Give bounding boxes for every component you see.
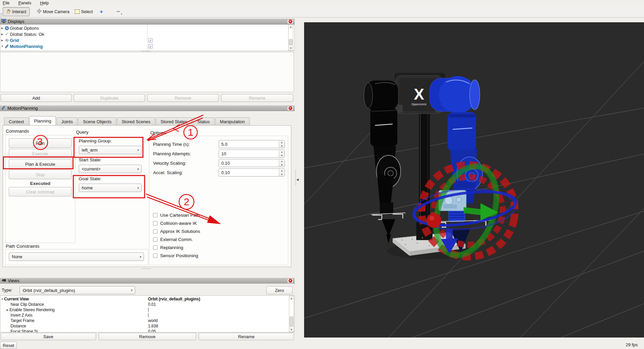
tab-manipulation[interactable]: Manipulation <box>215 117 250 126</box>
zoom-in-tool-button[interactable]: + <box>97 7 106 16</box>
expander-icon[interactable]: ▼ <box>0 45 4 48</box>
motionplanning-panel-titlebar[interactable]: MotionPlanning × <box>0 105 295 111</box>
expander-icon[interactable]: ▼ <box>0 298 4 301</box>
interact-tool-button[interactable]: Interact <box>3 7 30 16</box>
sensor-positioning-checkbox[interactable] <box>153 253 157 258</box>
remove-view-button[interactable]: Remove <box>99 333 196 340</box>
tab-planning[interactable]: Planning <box>29 116 56 126</box>
motionplanning-close-button[interactable]: × <box>287 106 293 111</box>
zero-view-button[interactable]: Zero <box>266 286 293 294</box>
menu-help[interactable]: Help <box>40 1 49 5</box>
expander-icon[interactable]: ▶ <box>6 308 9 312</box>
scroll-down-icon[interactable]: ▼ <box>290 327 293 332</box>
goal-state-combo[interactable]: home ▾ <box>79 184 142 192</box>
stereo-rendering-checkbox[interactable] <box>148 307 149 312</box>
planning-group-combo[interactable]: left_arm ▾ <box>79 146 142 154</box>
spinner-arrows[interactable]: ▲▼ <box>279 169 284 176</box>
plan-button[interactable]: Plan <box>9 138 72 148</box>
views-row-stereo[interactable]: ▶ Enable Stereo Rendering <box>0 307 288 313</box>
render-scene: X OpenArmX <box>304 22 644 338</box>
marker-arrow-green-shaft[interactable] <box>464 207 481 215</box>
planning-attempts-input[interactable]: 10 ▲▼ <box>219 150 285 158</box>
replanning-checkbox[interactable] <box>153 245 157 250</box>
add-display-button[interactable]: Add <box>1 94 72 102</box>
use-cartesian-path-checkbox[interactable] <box>153 213 157 217</box>
robot-logo: X <box>414 86 424 103</box>
displays-panel-titlebar[interactable]: Displays × <box>0 19 295 24</box>
planning-time-input[interactable]: 5.0 ▲▼ <box>219 140 285 148</box>
velocity-scaling-input[interactable]: 0.10 ▲▼ <box>219 159 285 167</box>
spinner-arrows[interactable]: ▲▼ <box>279 150 284 157</box>
tree-row-global-status[interactable]: ▶ ✓ Global Status: Ok <box>0 31 294 37</box>
displays-tree-scrollbar[interactable]: ▲ ▼ <box>288 24 293 51</box>
approx-ik-solutions-row[interactable]: Approx IK Solutions <box>153 229 200 234</box>
collision-aware-ik-row[interactable]: Collision-aware IK <box>153 221 197 226</box>
views-row-target-frame[interactable]: Target Frame world <box>0 318 288 323</box>
clear-octomap-button: Clear octomap <box>9 187 72 196</box>
view-type-combo[interactable]: Orbit (rviz_default_plugins) ▾ <box>20 286 135 294</box>
displays-close-button[interactable]: × <box>287 19 293 24</box>
views-close-button[interactable]: × <box>287 278 293 283</box>
views-tree-scrollbar[interactable]: ▲ ▼ <box>289 296 294 332</box>
menu-panels[interactable]: Panels <box>18 1 31 5</box>
tree-row-motionplanning[interactable]: ▼ MotionPlanning ✓ <box>0 43 294 49</box>
save-view-button[interactable]: Save <box>1 333 96 340</box>
external-comm-checkbox[interactable] <box>153 237 157 242</box>
tab-context[interactable]: Context <box>4 117 29 126</box>
rename-view-button[interactable]: Rename <box>199 333 294 340</box>
tree-row-label: MotionPlanning <box>10 44 43 49</box>
collapse-splitter-arrow-icon[interactable]: ◀ <box>296 178 299 181</box>
expander-icon[interactable]: ▶ <box>0 33 4 36</box>
menu-file[interactable]: File <box>3 1 9 5</box>
spinner-arrows[interactable]: ▲▼ <box>279 159 284 167</box>
use-cartesian-path-row[interactable]: Use Cartesian Path <box>153 213 200 218</box>
render-viewport[interactable]: X OpenArmX <box>304 22 644 338</box>
tab-joints[interactable]: Joints <box>56 117 77 126</box>
start-state-combo[interactable]: <current> ▾ <box>79 165 142 173</box>
spinner-arrows[interactable]: ▲▼ <box>279 140 284 148</box>
plan-and-execute-button[interactable]: Plan & Execute <box>9 159 72 169</box>
replanning-row[interactable]: Replanning <box>153 245 183 250</box>
sensor-positioning-row[interactable]: Sensor Positioning <box>153 253 198 258</box>
scroll-up-icon[interactable]: ▲ <box>290 25 292 29</box>
accel-scaling-input[interactable]: 0.10 ▲▼ <box>219 168 285 177</box>
scroll-up-icon[interactable]: ▲ <box>290 296 293 300</box>
tree-row-global-options[interactable]: ▶ Global Options <box>0 25 294 31</box>
zoom-out-tool-button[interactable]: − ▾ <box>114 7 123 16</box>
scrollbar-thumb[interactable] <box>289 39 293 45</box>
scroll-down-icon[interactable]: ▼ <box>290 46 292 50</box>
views-panel-titlebar[interactable]: Views × <box>0 278 295 284</box>
tab-status[interactable]: Status <box>193 117 215 126</box>
approx-ik-solutions-checkbox[interactable] <box>153 229 157 234</box>
motionplanning-enabled-checkbox[interactable]: ✓ <box>148 44 153 49</box>
external-comm-row[interactable]: External Comm. <box>153 237 193 242</box>
grid-enabled-checkbox[interactable]: ✓ <box>148 38 153 43</box>
scrollbar-thumb[interactable] <box>290 317 293 327</box>
views-row-focal-shape[interactable]: Focal Shape Si 0.05 <box>0 329 288 332</box>
expander-icon[interactable]: ▶ <box>0 39 4 42</box>
tab-stored-states[interactable]: Stored States <box>156 117 192 126</box>
marker-sphere[interactable] <box>426 213 441 228</box>
move-icon <box>37 9 42 15</box>
marker-arrow-blue-shaft[interactable] <box>446 229 453 240</box>
select-tool-button[interactable]: Select <box>72 7 96 16</box>
views-row-current-view[interactable]: ▼ Current View Orbit (rviz_default_plugi… <box>0 296 288 302</box>
collision-aware-ik-checkbox[interactable] <box>153 221 157 225</box>
tool-overflow-arrow-icon[interactable]: ▾ <box>121 13 122 16</box>
panel-splitter[interactable]: ◀ <box>295 19 304 338</box>
path-constraints-value: None <box>12 254 22 259</box>
views-row-near-clip[interactable]: Near Clip Distance 0.01 <box>0 302 288 307</box>
tab-scene-objects[interactable]: Scene Objects <box>78 117 116 126</box>
reset-button[interactable]: Reset <box>0 342 17 349</box>
start-state-value: <current> <box>82 166 101 171</box>
tab-stored-scenes[interactable]: Stored Scenes <box>117 117 155 126</box>
path-constraints-combo[interactable]: None ▾ <box>9 252 144 261</box>
views-row-invert-z[interactable]: Invert Z Axis <box>0 313 288 318</box>
tree-row-grid[interactable]: ▶ Grid ✓ <box>0 37 294 43</box>
move-camera-tool-button[interactable]: Move Camera <box>34 7 73 16</box>
displays-description-area <box>0 52 294 92</box>
expander-icon[interactable]: ▶ <box>0 27 4 30</box>
invert-z-checkbox[interactable] <box>148 313 149 318</box>
splitter-handle[interactable] <box>142 268 151 270</box>
views-row-distance[interactable]: Distance 1.838 <box>0 323 288 329</box>
